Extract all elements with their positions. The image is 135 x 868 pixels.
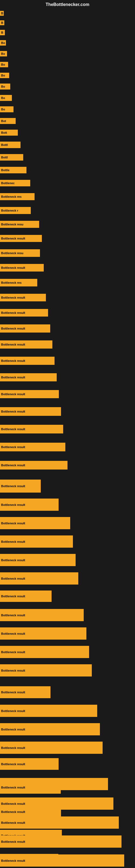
bar-label-2: B — [1, 21, 3, 24]
bar-label-3: B — [1, 31, 3, 34]
bar-label-42: Bottleneck result — [1, 614, 25, 617]
bar-label-14: Bottl — [1, 156, 8, 159]
bar-label-15: Bottle — [1, 168, 9, 172]
bar-label-34: Bottleneck result — [1, 464, 25, 467]
bottleneck-bar-43: Bottleneck result — [0, 627, 86, 640]
bar-label-36: Bottleneck result — [1, 503, 25, 506]
bar-label-4: Bo — [1, 41, 5, 44]
bottleneck-bar-15: Bottle — [0, 167, 27, 173]
bar-label-52: Bottleneck result — [1, 786, 25, 789]
bottleneck-bar-9: Bo — [0, 95, 12, 101]
bottleneck-bar-37: Bottleneck result — [0, 517, 70, 529]
bar-label-25: Bottleneck result — [1, 311, 25, 314]
bottleneck-bar-5: Bo — [0, 51, 7, 56]
bar-label-37: Bottleneck result — [1, 522, 25, 525]
bottleneck-bar-31: Bottleneck result — [0, 407, 61, 416]
bar-label-10: Bo — [1, 108, 5, 111]
bottleneck-bar-29: Bottleneck result — [0, 373, 57, 381]
bottleneck-bar-46: Bottleneck result — [0, 686, 50, 698]
bottleneck-bar-1: B — [0, 11, 4, 16]
bottleneck-bar-14: Bottl — [0, 154, 23, 161]
bar-label-32: Bottleneck result — [1, 428, 25, 431]
bottleneck-bar-22: Bottleneck result — [0, 264, 44, 272]
bottleneck-bar-39: Bottleneck result — [0, 554, 76, 566]
bar-label-16: Bottlenec — [1, 182, 14, 185]
bar-label-23: Bottleneck res — [1, 281, 21, 284]
bar-label-47: Bottleneck result — [1, 709, 25, 713]
bar-label-59: Bottleneck result — [1, 859, 25, 862]
bottleneck-bar-7: Bo — [0, 73, 9, 78]
bar-label-44: Bottleneck result — [1, 650, 25, 654]
bottleneck-bar-10: Bo — [0, 106, 13, 112]
bottleneck-bar-47: Bottleneck result — [0, 705, 97, 717]
bar-label-8: Bo — [1, 85, 5, 88]
bar-label-54: Bottleneck result — [1, 810, 25, 813]
bottleneck-bar-45: Bottleneck result — [0, 664, 92, 677]
bottleneck-bar-54: Bottleneck result — [0, 806, 61, 817]
bar-label-1: B — [1, 12, 3, 15]
bottleneck-bar-55: Bottleneck result — [0, 816, 119, 829]
bottleneck-bar-35: Bottleneck result — [0, 479, 41, 493]
bottleneck-bar-34: Bottleneck result — [0, 461, 68, 469]
bar-label-29: Bottleneck result — [1, 376, 25, 379]
bar-label-6: Bo — [1, 63, 5, 66]
bar-label-46: Bottleneck result — [1, 691, 25, 694]
bar-label-24: Bottleneck result — [1, 296, 25, 299]
bar-label-55: Bottleneck result — [1, 821, 25, 824]
bar-label-21: Bottleneck resu — [1, 251, 24, 255]
bottleneck-bar-2: B — [0, 20, 4, 25]
bottleneck-bar-44: Bottleneck result — [0, 646, 89, 658]
bar-label-12: Bott — [1, 131, 7, 134]
bar-label-48: Bottleneck result — [1, 728, 25, 731]
bottleneck-bar-40: Bottleneck result — [0, 572, 78, 585]
bar-label-39: Bottleneck result — [1, 558, 25, 562]
bottleneck-bar-24: Bottleneck result — [0, 294, 46, 301]
bottleneck-bar-28: Bottleneck result — [0, 357, 54, 365]
bar-label-27: Bottleneck result — [1, 343, 25, 346]
site-title: TheBottlenecker.com — [46, 2, 89, 7]
bottleneck-bar-21: Bottleneck resu — [0, 249, 40, 257]
bottleneck-bar-25: Bottleneck result — [0, 309, 48, 316]
bottleneck-bar-4: Bo — [0, 40, 6, 45]
bottleneck-bar-59: Bottleneck result — [0, 855, 124, 867]
bar-label-20: Bottleneck result — [1, 237, 25, 240]
bottleneck-bar-26: Bottleneck result — [0, 324, 50, 333]
bottleneck-bar-41: Bottleneck result — [0, 590, 52, 602]
bottleneck-bar-3: B — [0, 30, 5, 35]
bottleneck-bar-19: Bottleneck resu — [0, 221, 39, 228]
bottleneck-bar-42: Bottleneck result — [0, 609, 84, 621]
bottleneck-bar-8: Bo — [0, 84, 10, 90]
bottleneck-bar-52: Bottleneck result — [0, 781, 61, 794]
bottleneck-bar-49: Bottleneck result — [0, 742, 103, 754]
bottleneck-bar-57: Bottleneck result — [0, 835, 122, 848]
bar-label-11: Bot — [1, 119, 6, 123]
bar-label-9: Bo — [1, 96, 5, 99]
bottleneck-bar-20: Bottleneck result — [0, 235, 42, 242]
bottleneck-bar-13: Bottl — [0, 142, 20, 148]
bottleneck-bar-17: Bottleneck res — [0, 193, 35, 200]
bottleneck-bar-50: Bottleneck result — [0, 758, 58, 770]
bottleneck-bar-48: Bottleneck result — [0, 723, 100, 735]
bar-label-57: Bottleneck result — [1, 840, 25, 843]
bar-label-28: Bottleneck result — [1, 359, 25, 362]
bar-label-41: Bottleneck result — [1, 595, 25, 598]
bottleneck-bar-11: Bot — [0, 118, 16, 124]
bar-label-22: Bottleneck result — [1, 266, 25, 269]
bottleneck-bar-23: Bottleneck res — [0, 279, 37, 286]
bar-label-33: Bottleneck result — [1, 445, 25, 448]
bar-label-53: Bottleneck result — [1, 802, 25, 805]
bar-label-13: Bottl — [1, 143, 8, 147]
bar-label-40: Bottleneck result — [1, 577, 25, 580]
bar-label-31: Bottleneck result — [1, 410, 25, 413]
bar-label-45: Bottleneck result — [1, 669, 25, 672]
bottleneck-bar-36: Bottleneck result — [0, 499, 58, 511]
bar-label-18: Bottleneck r — [1, 209, 18, 212]
bottleneck-bar-30: Bottleneck result — [0, 390, 59, 398]
bottleneck-bar-18: Bottleneck r — [0, 207, 31, 214]
bar-label-50: Bottleneck result — [1, 763, 25, 766]
bottleneck-bar-27: Bottleneck result — [0, 340, 52, 348]
bar-label-5: Bo — [1, 52, 5, 55]
bottleneck-bar-6: Bo — [0, 62, 8, 67]
bottleneck-bar-32: Bottleneck result — [0, 425, 63, 433]
bottleneck-bar-12: Bott — [0, 130, 18, 135]
